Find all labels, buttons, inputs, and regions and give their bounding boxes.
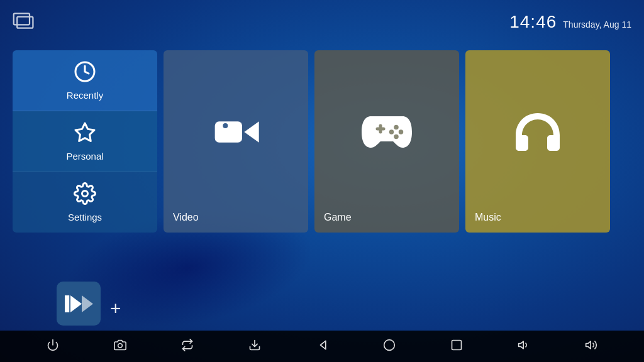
volume-down-icon[interactable] — [518, 339, 530, 354]
svg-marker-15 — [82, 295, 93, 312]
add-button[interactable]: + — [110, 298, 121, 319]
music-label: Music — [475, 212, 501, 223]
power-icon[interactable] — [47, 339, 59, 354]
svg-point-12 — [394, 134, 399, 140]
star-icon — [74, 121, 96, 147]
svg-rect-0 — [14, 13, 30, 25]
recently-label: Recently — [67, 90, 103, 101]
svg-rect-5 — [215, 121, 242, 142]
kodi-button[interactable] — [57, 282, 101, 326]
svg-marker-14 — [70, 295, 82, 312]
clock-icon — [74, 60, 96, 86]
datetime-display: 14:46 Thursday, Aug 11 — [509, 12, 631, 32]
sidebar: Recently Personal Settings — [13, 50, 157, 233]
clock-time: 14:46 — [509, 12, 557, 32]
svg-point-7 — [223, 123, 228, 128]
download-icon[interactable] — [248, 339, 261, 354]
svg-point-18 — [118, 343, 122, 348]
clock-date: Thursday, Aug 11 — [563, 19, 631, 30]
svg-rect-1 — [17, 17, 33, 28]
bottom-dock — [0, 331, 644, 362]
svg-marker-23 — [519, 341, 524, 349]
svg-rect-9 — [379, 124, 382, 134]
volume-up-icon[interactable] — [585, 339, 597, 354]
settings-label: Settings — [68, 212, 102, 222]
sidebar-item-personal[interactable]: Personal — [13, 111, 157, 172]
home-icon[interactable] — [383, 339, 396, 354]
video-camera-icon — [211, 107, 261, 163]
add-icon: + — [110, 298, 121, 319]
gamepad-icon — [362, 107, 412, 163]
svg-marker-3 — [75, 123, 94, 141]
sidebar-item-recently[interactable]: Recently — [13, 50, 157, 111]
sidebar-item-settings[interactable]: Settings — [13, 172, 157, 233]
svg-point-11 — [399, 129, 404, 134]
svg-rect-16 — [65, 295, 69, 312]
svg-marker-20 — [320, 341, 325, 349]
square-icon[interactable] — [450, 339, 463, 354]
svg-point-13 — [389, 129, 394, 134]
game-label: Game — [324, 212, 352, 223]
screen-mirror-icon — [13, 12, 35, 32]
settings-gear-icon — [74, 182, 96, 208]
back-icon[interactable] — [316, 339, 328, 354]
svg-point-4 — [82, 191, 88, 197]
headphones-icon — [513, 107, 563, 163]
layers-icon[interactable] — [181, 339, 194, 354]
svg-point-10 — [394, 125, 399, 130]
card-music[interactable]: Music — [465, 50, 610, 233]
card-video[interactable]: Video — [164, 50, 308, 233]
svg-marker-6 — [244, 121, 258, 142]
video-label: Video — [173, 212, 199, 223]
svg-point-21 — [384, 339, 395, 350]
personal-label: Personal — [66, 151, 103, 162]
cards-area: Video Game — [164, 50, 610, 233]
svg-marker-24 — [586, 341, 591, 349]
svg-rect-22 — [452, 340, 462, 349]
camera-icon[interactable] — [114, 339, 126, 354]
top-bar: 14:46 Thursday, Aug 11 — [0, 0, 644, 44]
card-game[interactable]: Game — [314, 50, 459, 233]
